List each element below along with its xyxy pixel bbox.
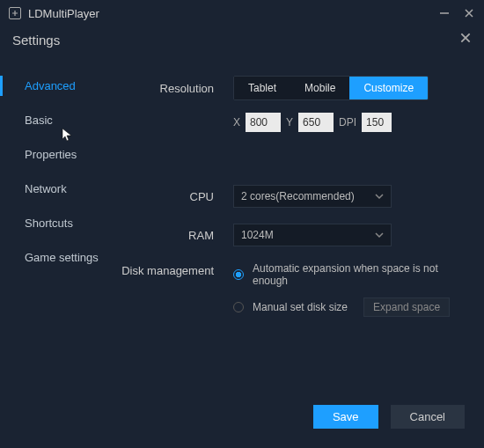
expand-space-button[interactable]: Expand space — [363, 297, 450, 317]
sidebar-item-properties[interactable]: Properties — [0, 137, 114, 172]
resolution-label: Resolution — [114, 82, 233, 95]
radio-unchecked-icon — [233, 302, 244, 312]
cpu-select[interactable]: 2 cores(Recommended) — [233, 185, 392, 208]
minimize-button[interactable] — [438, 7, 451, 19]
cpu-value: 2 cores(Recommended) — [241, 190, 355, 202]
y-label: Y — [286, 116, 293, 129]
dpi-input[interactable] — [362, 113, 392, 132]
cpu-label: CPU — [114, 190, 233, 203]
resolution-mode-group: Tablet Mobile Customize — [233, 76, 429, 100]
x-input[interactable] — [246, 113, 281, 132]
app-title: LDMultiPlayer — [28, 7, 438, 20]
chevron-down-icon — [375, 192, 384, 201]
page-title: Settings — [12, 33, 60, 48]
disk-manual-label: Manual set disk size — [253, 301, 348, 313]
cancel-button[interactable]: Cancel — [391, 405, 465, 429]
ram-label: RAM — [114, 229, 233, 242]
tab-mobile[interactable]: Mobile — [290, 77, 349, 99]
ram-value: 1024M — [241, 229, 274, 241]
sidebar-item-network[interactable]: Network — [0, 172, 114, 206]
sidebar-item-shortcuts[interactable]: Shortcuts — [0, 206, 114, 240]
radio-checked-icon — [233, 269, 244, 280]
tab-tablet[interactable]: Tablet — [234, 77, 290, 99]
x-label: X — [233, 116, 240, 129]
disk-auto-label: Automatic expansion when space is not en… — [253, 262, 466, 287]
save-button[interactable]: Save — [313, 405, 378, 429]
disk-label: Disk management — [114, 262, 233, 277]
chevron-down-icon — [375, 231, 384, 239]
close-button[interactable] — [463, 7, 475, 19]
settings-header: Settings — [0, 26, 484, 56]
disk-auto-option[interactable]: Automatic expansion when space is not en… — [233, 262, 466, 287]
y-input[interactable] — [298, 113, 334, 132]
close-settings-button[interactable] — [459, 32, 472, 48]
titlebar: LDMultiPlayer — [0, 0, 484, 26]
content-pane: Resolution Tablet Mobile Customize X Y D… — [114, 56, 484, 443]
sidebar: Advanced Basic Properties Network Shortc… — [0, 56, 114, 443]
sidebar-item-advanced[interactable]: Advanced — [0, 69, 114, 103]
sidebar-item-game-settings[interactable]: Game settings — [0, 240, 114, 275]
disk-manual-option[interactable]: Manual set disk size Expand space — [233, 297, 466, 317]
dpi-label: DPI — [339, 116, 356, 129]
app-icon — [9, 7, 21, 19]
ram-select[interactable]: 1024M — [233, 224, 392, 246]
sidebar-item-basic[interactable]: Basic — [0, 103, 114, 137]
tab-customize[interactable]: Customize — [349, 77, 428, 99]
